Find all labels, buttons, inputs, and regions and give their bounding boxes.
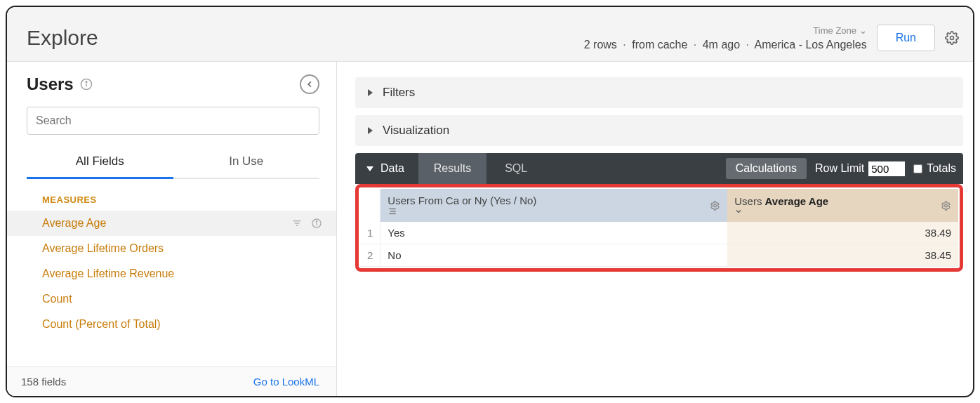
go-to-lookml-link[interactable]: Go to LookML <box>253 376 319 388</box>
query-status: 2 rows · from cache · 4m ago · America -… <box>584 39 867 51</box>
search-input[interactable] <box>27 107 319 135</box>
results-tab[interactable]: Results <box>418 153 486 184</box>
measures-section-label: MEASURES <box>7 179 336 211</box>
page-title: Explore <box>27 26 584 51</box>
pivot-icon[interactable] <box>388 206 720 216</box>
table-row[interactable]: 2 No 38.45 <box>360 244 958 267</box>
sort-desc-icon[interactable] <box>734 207 951 216</box>
results-table-highlight: Users From Ca or Ny (Yes / No) Users Ave… <box>355 184 963 272</box>
measure-item[interactable]: Count (Percent of Total) <box>7 312 336 337</box>
run-button[interactable]: Run <box>877 25 935 51</box>
filters-panel[interactable]: Filters <box>355 77 963 108</box>
sql-tab[interactable]: SQL <box>489 153 543 184</box>
filter-icon[interactable] <box>291 218 303 229</box>
column-header-measure[interactable]: Users Average Age <box>727 189 958 222</box>
measure-item[interactable]: Average Lifetime Orders <box>7 236 336 261</box>
field-sidebar: Users All Fields In Use MEASURES Average… <box>7 62 337 396</box>
timezone-label[interactable]: Time Zone ⌄ <box>813 25 866 36</box>
measure-item[interactable]: Count <box>7 286 336 312</box>
gear-icon[interactable] <box>945 31 959 45</box>
totals-checkbox[interactable] <box>913 164 922 173</box>
info-icon[interactable] <box>79 77 93 91</box>
cell-dimension: Yes <box>380 222 727 244</box>
tab-all-fields[interactable]: All Fields <box>27 146 173 179</box>
row-number-header <box>360 189 380 222</box>
field-count: 158 fields <box>21 376 66 388</box>
top-right: Time Zone ⌄ 2 rows · from cache · 4m ago… <box>584 25 959 51</box>
explore-name: Users <box>27 74 74 94</box>
row-limit: Row Limit <box>815 161 905 176</box>
svg-point-13 <box>714 204 717 207</box>
calculations-button[interactable]: Calculations <box>726 158 807 179</box>
svg-point-3 <box>86 81 87 83</box>
results-table: Users From Ca or Ny (Yes / No) Users Ave… <box>360 189 958 267</box>
totals-toggle[interactable]: Totals <box>913 162 956 175</box>
main-area: Filters Visualization Data Results SQL C… <box>337 62 973 396</box>
svg-point-14 <box>945 204 948 207</box>
info-icon[interactable] <box>311 218 322 229</box>
cell-measure: 38.49 <box>727 222 958 244</box>
caret-right-icon <box>368 127 373 134</box>
svg-point-9 <box>316 221 317 222</box>
top-bar: Explore Time Zone ⌄ 2 rows · from cache … <box>7 7 973 62</box>
cell-measure: 38.45 <box>727 244 958 267</box>
row-limit-input[interactable] <box>868 161 905 176</box>
caret-down-icon <box>366 166 373 171</box>
tab-in-use[interactable]: In Use <box>173 146 320 178</box>
gear-icon[interactable] <box>710 200 720 211</box>
caret-right-icon <box>368 89 373 96</box>
measure-average-age[interactable]: Average Age <box>7 211 336 236</box>
cell-dimension: No <box>380 244 727 267</box>
visualization-panel[interactable]: Visualization <box>355 115 963 146</box>
svg-point-0 <box>951 37 954 40</box>
gear-icon[interactable] <box>941 200 951 211</box>
measure-item[interactable]: Average Lifetime Revenue <box>7 261 336 286</box>
chevron-down-icon: ⌄ <box>859 25 867 36</box>
column-header-dimension[interactable]: Users From Ca or Ny (Yes / No) <box>380 189 727 222</box>
data-bar: Data Results SQL Calculations Row Limit … <box>355 153 963 184</box>
table-row[interactable]: 1 Yes 38.49 <box>360 222 958 244</box>
collapse-sidebar-button[interactable] <box>300 74 319 94</box>
data-tab[interactable]: Data <box>355 153 416 184</box>
